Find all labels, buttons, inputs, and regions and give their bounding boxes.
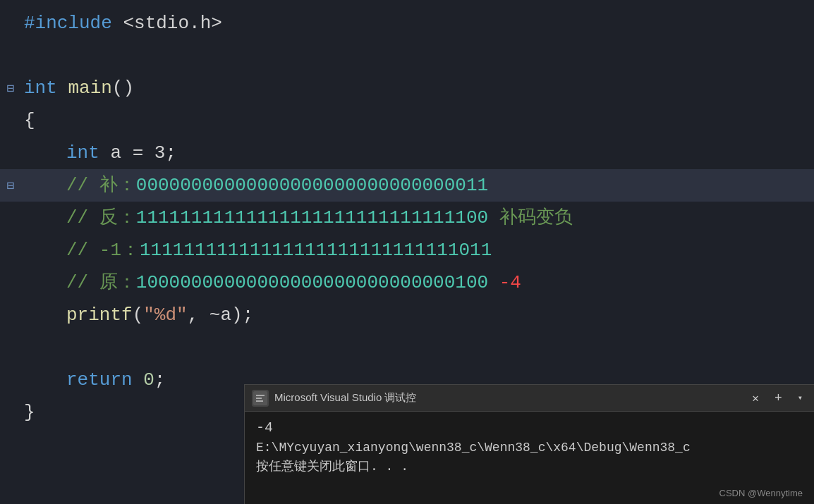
terminal-add-button[interactable]: + <box>769 390 788 407</box>
csdn-watermark: CSDN @Wennytime <box>719 488 803 498</box>
code-line-6: // 反：11111111111111111111111111111100 补码… <box>0 202 814 234</box>
code-line-5: ⊟// 补：00000000000000000000000000000011 <box>0 169 814 202</box>
line-content-3: { <box>21 104 814 137</box>
svg-rect-0 <box>256 395 265 396</box>
code-line-7: // -1：11111111111111111111111111111011 <box>0 234 814 266</box>
line-content-6: // 反：11111111111111111111111111111100 补码… <box>21 202 814 234</box>
line-content-4: int a = 3; <box>21 137 814 169</box>
code-line-2: ⊟int main() <box>0 72 814 104</box>
code-line-3: { <box>0 104 814 137</box>
line-content-8: // 原：10000000000000000000000000000100 -4 <box>21 266 814 299</box>
terminal-title: Microsoft Visual Studio 调试控 <box>274 391 742 405</box>
terminal-window[interactable]: Microsoft Visual Studio 调试控 ✕ + ▾ -4 E:\… <box>244 384 814 504</box>
terminal-body: -4 E:\MYcyuyan_xianyong\wenn38_c\Wenn38_… <box>245 412 814 482</box>
terminal-dropdown-button[interactable]: ▾ <box>794 391 807 405</box>
code-line-1 <box>0 39 814 72</box>
terminal-output-line1: -4 <box>256 417 803 438</box>
code-line-10 <box>0 331 814 364</box>
terminal-output-path: E:\MYcyuyan_xianyong\wenn38_c\Wenn38_c\x… <box>256 438 803 457</box>
line-gutter-2: ⊟ <box>0 80 21 96</box>
code-line-0: #include <stdio.h> <box>0 7 814 39</box>
line-content-7: // -1：11111111111111111111111111111011 <box>21 234 814 266</box>
line-content-5: // 补：00000000000000000000000000000011 <box>21 169 814 202</box>
code-line-9: printf("%d", ~a); <box>0 299 814 331</box>
line-content-0: #include <stdio.h> <box>21 7 814 39</box>
terminal-titlebar: Microsoft Visual Studio 调试控 ✕ + ▾ <box>245 385 814 412</box>
terminal-icon <box>252 390 269 407</box>
svg-rect-1 <box>256 398 262 399</box>
terminal-output-prompt: 按任意键关闭此窗口. . . <box>256 457 803 477</box>
line-content-9: printf("%d", ~a); <box>21 299 814 331</box>
code-line-4: int a = 3; <box>0 137 814 169</box>
line-gutter-5: ⊟ <box>0 178 21 193</box>
code-editor: #include <stdio.h>⊟int main(){int a = 3;… <box>0 0 814 504</box>
code-line-8: // 原：10000000000000000000000000000100 -4 <box>0 266 814 299</box>
line-content-2: int main() <box>21 72 814 104</box>
svg-rect-2 <box>256 400 263 402</box>
terminal-close-button[interactable]: ✕ <box>748 390 763 407</box>
